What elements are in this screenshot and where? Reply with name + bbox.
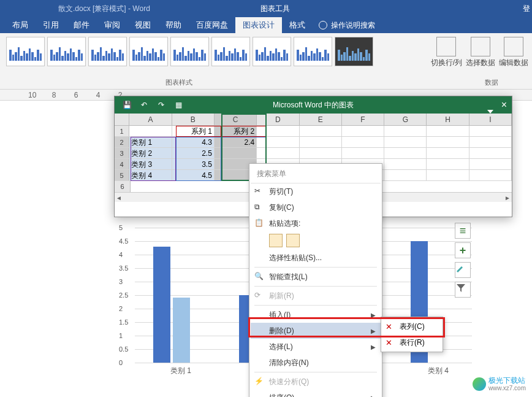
tab-format[interactable]: 格式 (282, 17, 313, 34)
cell[interactable]: 类别 1 (129, 137, 172, 147)
cell[interactable] (300, 137, 342, 147)
ctx-sort[interactable]: 排序(O)▶ (251, 390, 381, 397)
chart-filter-button[interactable] (455, 282, 471, 298)
cell[interactable] (427, 159, 469, 169)
tab-view[interactable]: 视图 (127, 17, 158, 34)
tab-help[interactable]: 帮助 (158, 17, 189, 34)
cell[interactable] (257, 137, 299, 147)
row-hdr[interactable]: 2 (115, 137, 129, 147)
chart-style-2[interactable] (47, 37, 86, 66)
scroll-left-icon[interactable]: ◄ (116, 195, 122, 201)
cell[interactable]: 4.5 (172, 170, 215, 180)
cell[interactable] (427, 148, 469, 158)
login-button[interactable]: 登 (523, 4, 530, 14)
cell[interactable] (427, 137, 469, 147)
chart-style-1[interactable] (6, 37, 45, 66)
cell[interactable]: 3.5 (172, 159, 215, 169)
customize-qat-icon[interactable]: ▦ (172, 99, 184, 111)
table-row[interactable]: 3类别 22.5 (115, 148, 512, 159)
close-icon[interactable]: × (501, 99, 507, 110)
chart-style-4[interactable] (129, 37, 168, 66)
col-hdr-F[interactable]: F (342, 114, 384, 125)
cell[interactable] (215, 148, 257, 158)
redo-icon[interactable]: ↷ (155, 99, 167, 111)
undo-icon[interactable]: ↶ (138, 99, 150, 111)
cell[interactable] (469, 148, 512, 158)
cell[interactable]: 类别 2 (129, 148, 172, 158)
cell[interactable] (469, 137, 512, 147)
table-row[interactable]: 2类别 14.32.4 (115, 137, 512, 148)
tab-references[interactable]: 引用 (36, 17, 66, 34)
select-data-button[interactable]: 选择数据 (466, 37, 495, 68)
ctx-paste-special[interactable]: 选择性粘贴(S)... (251, 250, 381, 266)
table-row[interactable]: 1系列 1系列 2 (115, 126, 512, 137)
ctx-clear[interactable]: 清除内容(N) (251, 355, 381, 371)
ctx-select[interactable]: 选择(L)▶ (251, 339, 381, 355)
chart-style-8[interactable] (294, 37, 332, 66)
cell[interactable] (257, 148, 299, 158)
ctx-smart-lookup[interactable]: 🔍智能查找(L) (251, 269, 381, 285)
chart-add-button[interactable]: + (455, 242, 471, 258)
tab-mail[interactable]: 邮件 (66, 17, 97, 34)
ctx-search-input[interactable]: 搜索菜单 (251, 165, 381, 183)
col-hdr-G[interactable]: G (384, 114, 427, 125)
cell[interactable] (129, 126, 172, 136)
cell[interactable] (384, 148, 427, 158)
row-hdr[interactable]: 5 (115, 170, 129, 180)
col-hdr-A[interactable]: A (129, 114, 172, 125)
cell[interactable]: 系列 1 (172, 126, 215, 136)
cell[interactable] (469, 126, 512, 136)
chart-style-5[interactable] (170, 37, 209, 66)
cell[interactable] (427, 126, 469, 136)
ctx-copy[interactable]: ⧉复制(C) (251, 199, 381, 215)
cell[interactable] (257, 126, 299, 136)
chart-style-9[interactable] (335, 37, 373, 66)
cell[interactable] (384, 170, 427, 180)
tell-me-search[interactable]: 操作说明搜索 (319, 20, 375, 31)
cell[interactable] (300, 148, 342, 158)
cell[interactable] (384, 137, 427, 147)
paste-opt-1[interactable] (269, 234, 283, 247)
cell[interactable]: 2.4 (215, 137, 257, 147)
tab-chart-design[interactable]: 图表设计 (235, 17, 282, 34)
cell[interactable] (469, 159, 512, 169)
select-all-corner[interactable] (115, 114, 129, 125)
chart-styles-button[interactable] (455, 262, 471, 278)
cell[interactable] (342, 148, 384, 158)
cell[interactable]: 类别 4 (129, 170, 172, 180)
chart-style-7[interactable] (253, 37, 291, 66)
save-icon[interactable]: 💾 (121, 99, 133, 111)
cell[interactable] (469, 170, 512, 180)
row-hdr[interactable]: 4 (115, 159, 129, 169)
cell[interactable] (342, 137, 384, 147)
ctx-insert[interactable]: 插入(I)▶ (251, 307, 381, 323)
col-hdr-H[interactable]: H (427, 114, 469, 125)
cell[interactable]: 类别 3 (129, 159, 172, 169)
row-hdr[interactable]: 3 (115, 148, 129, 158)
switch-rowcol-button[interactable]: 切换行/列 (431, 37, 462, 68)
col-hdr-B[interactable]: B (172, 114, 215, 125)
cell[interactable]: 4.3 (172, 137, 215, 147)
delete-rows[interactable]: ✕表行(R) (382, 334, 441, 350)
tab-layout[interactable]: 布局 (5, 17, 36, 34)
chart-style-6[interactable] (211, 37, 250, 66)
chart-style-3[interactable] (88, 37, 127, 66)
scroll-right-icon[interactable]: ► (504, 195, 511, 201)
col-hdr-C[interactable]: C (215, 114, 257, 125)
cell[interactable] (300, 126, 342, 136)
tab-review[interactable]: 审阅 (97, 17, 127, 34)
delete-columns[interactable]: ✕表列(C) (382, 318, 441, 334)
cell[interactable] (384, 126, 427, 136)
chart-elements-button[interactable]: ≡ (455, 223, 471, 239)
col-hdr-D[interactable]: D (257, 114, 299, 125)
ctx-delete[interactable]: 删除(D)▶ (251, 323, 381, 339)
edit-data-button[interactable]: 编辑数据 (499, 37, 528, 68)
paste-opt-2[interactable] (286, 234, 300, 247)
cell[interactable] (342, 126, 384, 136)
cell[interactable] (427, 170, 469, 180)
ctx-cut[interactable]: ✂剪切(T) (251, 183, 381, 199)
cell[interactable] (384, 159, 427, 169)
tab-baidu[interactable]: 百度网盘 (189, 17, 235, 34)
cell[interactable]: 系列 2 (215, 126, 257, 136)
row-hdr[interactable]: 1 (115, 126, 129, 136)
